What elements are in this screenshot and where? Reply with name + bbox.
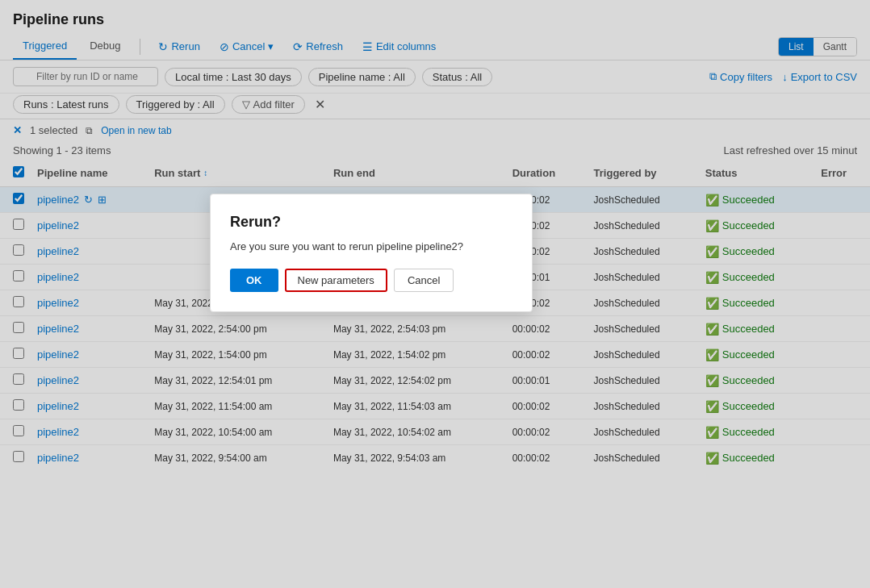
page-container: Pipeline runs Triggered Debug ↻ Rerun ⊘ … [0, 0, 870, 588]
modal-ok-button[interactable]: OK [230, 269, 278, 292]
modal-new-params-button[interactable]: New parameters [285, 269, 387, 292]
rerun-modal: Rerun? Are you sure you want to rerun pi… [210, 194, 533, 312]
modal-overlay: Rerun? Are you sure you want to rerun pi… [0, 0, 870, 588]
modal-cancel-button[interactable]: Cancel [394, 269, 454, 292]
modal-title: Rerun? [230, 214, 512, 231]
modal-buttons: OK New parameters Cancel [230, 269, 512, 292]
modal-body: Are you sure you want to rerun pipeline … [230, 240, 512, 252]
